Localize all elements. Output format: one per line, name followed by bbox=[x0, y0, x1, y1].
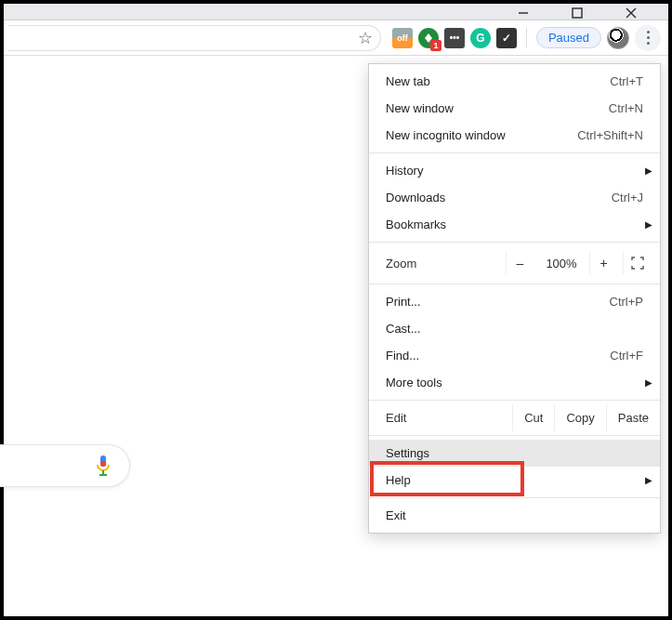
extension-password-icon[interactable]: ••• bbox=[444, 28, 465, 48]
svg-rect-5 bbox=[100, 461, 106, 467]
window-title-bar bbox=[4, 4, 668, 20]
menu-label: Find... bbox=[386, 349, 419, 363]
menu-label: More tools bbox=[386, 376, 442, 389]
submenu-arrow-icon: ▶ bbox=[645, 219, 652, 230]
extension-off-icon[interactable]: off bbox=[392, 28, 413, 48]
menu-cast[interactable]: Cast... bbox=[369, 315, 660, 342]
bookmark-star-icon[interactable]: ☆ bbox=[358, 28, 373, 48]
menu-label: Print... bbox=[386, 295, 421, 309]
menu-shortcut: Ctrl+P bbox=[610, 295, 643, 309]
menu-new-incognito[interactable]: New incognito window Ctrl+Shift+N bbox=[369, 122, 660, 149]
menu-print[interactable]: Print... Ctrl+P bbox=[369, 288, 660, 315]
main-menu-button[interactable] bbox=[635, 25, 661, 51]
extension-grammarly-icon[interactable]: G bbox=[470, 28, 491, 48]
menu-label: New incognito window bbox=[386, 128, 506, 142]
microphone-icon bbox=[94, 454, 112, 478]
submenu-arrow-icon: ▶ bbox=[645, 165, 652, 176]
menu-label: New window bbox=[386, 101, 454, 115]
menu-separator bbox=[369, 400, 660, 401]
edit-cut-button[interactable]: Cut bbox=[512, 404, 554, 431]
menu-shortcut: Ctrl+T bbox=[610, 74, 643, 88]
menu-new-tab[interactable]: New tab Ctrl+T bbox=[369, 68, 660, 95]
menu-help[interactable]: Help ▶ bbox=[369, 467, 660, 494]
menu-label: History bbox=[386, 164, 423, 178]
menu-history[interactable]: History ▶ bbox=[369, 157, 660, 184]
menu-separator bbox=[369, 242, 660, 243]
menu-edit-row: Edit Cut Copy Paste bbox=[369, 404, 660, 431]
submenu-arrow-icon: ▶ bbox=[645, 475, 652, 485]
menu-separator bbox=[369, 497, 660, 498]
zoom-label: Zoom bbox=[386, 257, 500, 270]
edit-copy-button[interactable]: Copy bbox=[554, 404, 605, 431]
menu-label: Cast... bbox=[386, 322, 421, 336]
extension-task-icon[interactable]: ✓ bbox=[496, 28, 517, 48]
menu-separator bbox=[369, 435, 660, 436]
voice-search-pill[interactable] bbox=[0, 444, 130, 487]
menu-label: Settings bbox=[386, 446, 429, 460]
menu-bookmarks[interactable]: Bookmarks ▶ bbox=[369, 211, 660, 238]
menu-separator bbox=[369, 152, 660, 153]
browser-toolbar: ☆ off 1 ••• G ✓ Paused bbox=[4, 20, 668, 56]
extension-avast-icon[interactable]: 1 bbox=[418, 28, 439, 48]
menu-shortcut: Ctrl+Shift+N bbox=[577, 128, 643, 142]
menu-zoom-row: Zoom – 100% + bbox=[369, 246, 660, 280]
menu-label: Help bbox=[386, 473, 411, 487]
maximize-button[interactable] bbox=[559, 4, 596, 19]
menu-find[interactable]: Find... Ctrl+F bbox=[369, 342, 660, 369]
menu-shortcut: Ctrl+F bbox=[610, 349, 643, 363]
profile-avatar[interactable] bbox=[607, 27, 629, 49]
menu-label: Bookmarks bbox=[386, 218, 446, 231]
menu-more-tools[interactable]: More tools ▶ bbox=[369, 369, 660, 396]
edit-paste-button[interactable]: Paste bbox=[606, 404, 660, 431]
menu-label: Downloads bbox=[386, 191, 445, 204]
minimize-button[interactable] bbox=[505, 4, 542, 19]
menu-separator bbox=[369, 284, 660, 284]
zoom-value: 100% bbox=[539, 257, 584, 270]
profile-paused-pill[interactable]: Paused bbox=[536, 27, 601, 48]
menu-label: New tab bbox=[386, 74, 430, 88]
svg-rect-1 bbox=[573, 8, 582, 18]
zoom-in-button[interactable]: + bbox=[589, 252, 617, 274]
edit-label: Edit bbox=[369, 404, 512, 431]
menu-shortcut: Ctrl+J bbox=[612, 191, 643, 204]
extension-badge: 1 bbox=[430, 40, 441, 51]
toolbar-divider bbox=[526, 28, 527, 48]
address-bar[interactable]: ☆ bbox=[7, 25, 381, 51]
menu-downloads[interactable]: Downloads Ctrl+J bbox=[369, 184, 660, 211]
menu-settings[interactable]: Settings bbox=[369, 440, 660, 467]
main-menu-dropdown: New tab Ctrl+T New window Ctrl+N New inc… bbox=[368, 63, 661, 534]
zoom-out-button[interactable]: – bbox=[506, 252, 534, 274]
menu-shortcut: Ctrl+N bbox=[609, 101, 643, 115]
submenu-arrow-icon: ▶ bbox=[645, 377, 652, 388]
menu-label: Exit bbox=[386, 508, 406, 522]
menu-new-window[interactable]: New window Ctrl+N bbox=[369, 95, 660, 122]
menu-exit[interactable]: Exit bbox=[369, 502, 660, 529]
fullscreen-button[interactable] bbox=[623, 252, 651, 274]
close-button[interactable] bbox=[613, 4, 650, 19]
